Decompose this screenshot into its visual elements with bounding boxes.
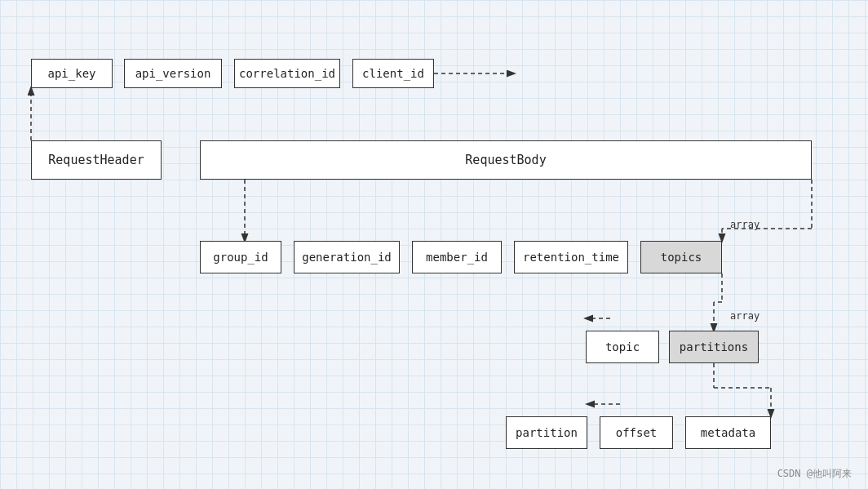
box-client-id: client_id	[352, 59, 434, 88]
box-metadata: metadata	[685, 416, 771, 449]
watermark: CSDN @他叫阿来	[777, 467, 852, 481]
member-id-label: member_id	[426, 251, 488, 264]
box-topic: topic	[586, 331, 659, 363]
box-offset: offset	[600, 416, 673, 449]
correlation-id-label: correlation_id	[239, 67, 335, 80]
box-retention-time: retention_time	[514, 241, 628, 273]
api-version-label: api_version	[135, 67, 211, 80]
box-generation-id: generation_id	[294, 241, 400, 273]
box-correlation-id: correlation_id	[234, 59, 340, 88]
request-header-label: RequestHeader	[48, 153, 144, 167]
box-group-id: group_id	[200, 241, 281, 273]
partition-label: partition	[516, 426, 578, 439]
partitions-label: partitions	[680, 340, 748, 353]
box-topics: topics	[640, 241, 722, 273]
box-partition: partition	[506, 416, 587, 449]
offset-label: offset	[616, 426, 658, 439]
api-key-label: api_key	[47, 67, 95, 80]
box-api-key: api_key	[31, 59, 113, 88]
box-request-header: RequestHeader	[31, 140, 162, 180]
box-request-body: RequestBody	[200, 140, 812, 180]
array-label-1: array	[730, 219, 760, 230]
request-body-label: RequestBody	[465, 153, 546, 167]
retention-time-label: retention_time	[523, 251, 619, 264]
box-api-version: api_version	[124, 59, 222, 88]
generation-id-label: generation_id	[302, 251, 392, 264]
box-partitions: partitions	[669, 331, 759, 363]
array-label-2: array	[730, 310, 760, 322]
group-id-label: group_id	[213, 251, 268, 264]
metadata-label: metadata	[701, 426, 755, 439]
diagram-container: api_key api_version correlation_id clien…	[0, 0, 868, 489]
topics-label: topics	[661, 251, 702, 264]
client-id-label: client_id	[362, 67, 424, 80]
box-member-id: member_id	[412, 241, 502, 273]
topic-label: topic	[605, 340, 640, 353]
